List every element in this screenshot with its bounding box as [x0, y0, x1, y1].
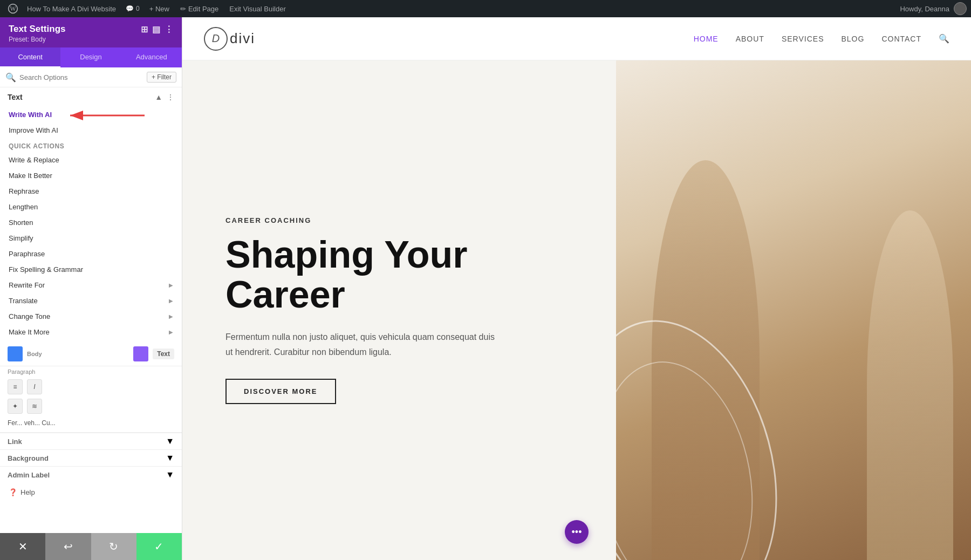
help-label: Help [20, 488, 35, 496]
comment-icon: 💬 [126, 5, 134, 12]
panel-title-icons: ⊞ ▤ ⋮ [141, 24, 173, 35]
text-section-title: Text [8, 93, 23, 101]
link-chevron-icon: ▼ [166, 436, 174, 446]
menu-item-lengthen[interactable]: Lengthen [0, 199, 182, 215]
panel-title-text: Text Settings [9, 24, 65, 35]
panel-icon-layout[interactable]: ▤ [152, 24, 160, 35]
site-name[interactable]: How To Make A Divi Website [22, 0, 121, 17]
menu-item-fix-spelling[interactable]: Fix Spelling & Grammar [0, 262, 182, 277]
exit-builder-button[interactable]: Exit Visual Builder [224, 0, 291, 17]
site-logo[interactable]: D divi [204, 27, 255, 51]
hero-subtitle: CAREER COACHING [225, 216, 573, 224]
edit-icon: ✏ [180, 5, 186, 13]
write-with-ai-row: Write With AI [0, 107, 182, 122]
comment-bubble[interactable]: 💬 0 [121, 5, 144, 12]
menu-item-write-replace[interactable]: Write & Replace [0, 152, 182, 168]
color-swatch-purple[interactable] [133, 346, 148, 361]
menu-item-paraphrase[interactable]: Paraphrase [0, 246, 182, 262]
menu-item-translate[interactable]: Translate ▶ [0, 293, 182, 309]
chevron-right-icon-2: ▶ [169, 298, 173, 304]
paragraph-label: Paragraph [0, 366, 182, 377]
hero-content: CAREER COACHING Shaping Your Career Ferm… [182, 60, 616, 560]
panel-tabs: Content Design Advanced [0, 47, 182, 67]
wp-logo-icon[interactable]: W [4, 0, 22, 17]
text-label-badge: Text [153, 349, 174, 359]
nav-contact[interactable]: CONTACT [881, 35, 921, 43]
panel-search-bar: 🔍 + Filter [0, 67, 182, 87]
fab-button[interactable]: ••• [565, 520, 589, 544]
menu-item-make-more[interactable]: Make It More ▶ [0, 324, 182, 340]
content-preview-text: Fer... veh... Cu... [0, 416, 182, 432]
hero-image [616, 60, 971, 560]
body-section: Body Text Paragraph ≡ I ✦ ≋ [0, 342, 182, 433]
admin-label-section: Admin Label ▼ [0, 466, 182, 483]
write-with-ai-button[interactable]: Write With AI [0, 107, 182, 122]
hero-cta-button[interactable]: DISCOVER MORE [225, 379, 336, 404]
menu-item-rephrase[interactable]: Rephrase [0, 183, 182, 199]
link-collapsible[interactable]: Link ▼ [8, 436, 174, 446]
color-swatch-blue[interactable] [8, 346, 23, 361]
chevron-right-icon-4: ▶ [169, 329, 173, 335]
menu-item-shorten[interactable]: Shorten [0, 215, 182, 230]
comment-count: 0 [136, 5, 140, 12]
section-header-icons: ▲ ⋮ [155, 93, 174, 101]
menu-item-make-better[interactable]: Make It Better [0, 168, 182, 183]
nav-blog[interactable]: BLOG [841, 35, 864, 43]
background-section: Background ▼ [0, 449, 182, 466]
background-collapsible[interactable]: Background ▼ [8, 453, 174, 463]
background-chevron-icon: ▼ [166, 453, 174, 463]
nav-search-icon[interactable]: 🔍 [939, 33, 949, 44]
italic-icon[interactable]: I [27, 379, 42, 394]
tab-content[interactable]: Content [0, 47, 60, 67]
background-label: Background [8, 454, 49, 462]
panel-icon-grid[interactable]: ⊞ [141, 24, 148, 35]
more-icon[interactable]: ⋮ [167, 93, 174, 101]
hero-section: CAREER COACHING Shaping Your Career Ferm… [182, 60, 971, 560]
howdy-label: Howdy, Deanna [895, 5, 954, 13]
link-label: Link [8, 438, 22, 446]
edit-page-button[interactable]: ✏ Edit Page [175, 0, 224, 17]
nav-about[interactable]: ABOUT [736, 35, 764, 43]
tab-advanced[interactable]: Advanced [121, 47, 182, 67]
new-button[interactable]: + New [144, 0, 175, 17]
nav-services[interactable]: SERVICES [782, 35, 824, 43]
tab-design[interactable]: Design [60, 47, 121, 67]
logo-circle: D [204, 27, 228, 51]
text-section-header[interactable]: Text ▲ ⋮ [0, 87, 182, 107]
logo-text: divi [230, 30, 255, 47]
admin-label-chevron-icon: ▼ [166, 470, 174, 480]
help-row[interactable]: ❓ Help [0, 483, 182, 502]
link-section: Link ▼ [0, 433, 182, 449]
nav-home[interactable]: HOME [694, 35, 719, 43]
undo-button[interactable]: ↩ [45, 533, 91, 560]
ai-lines-icon[interactable]: ≋ [27, 399, 42, 414]
filter-button[interactable]: + Filter [147, 72, 176, 83]
hero-title: Shaping Your Career [225, 235, 573, 315]
menu-item-change-tone[interactable]: Change Tone ▶ [0, 309, 182, 324]
menu-item-rewrite-for[interactable]: Rewrite For ▶ [0, 277, 182, 293]
menu-item-simplify[interactable]: Simplify [0, 230, 182, 246]
main-content-row: Text Settings ⊞ ▤ ⋮ Preset: Body Content… [0, 17, 971, 560]
hero-image-placeholder [616, 60, 971, 560]
improve-with-ai-button[interactable]: Improve With AI [0, 122, 182, 138]
chevron-right-icon: ▶ [169, 282, 173, 288]
logo-letter: D [212, 32, 220, 45]
panel-icon-more[interactable]: ⋮ [165, 24, 173, 35]
bottom-action-bar: ✕ ↩ ↻ ✓ [0, 533, 182, 560]
chevron-right-icon-3: ▶ [169, 313, 173, 319]
redo-button[interactable]: ↻ [91, 533, 136, 560]
save-button[interactable]: ✓ [136, 533, 182, 560]
align-icon[interactable]: ≡ [8, 379, 23, 394]
help-icon: ❓ [9, 488, 17, 496]
collapse-icon[interactable]: ▲ [155, 93, 162, 101]
search-input[interactable] [19, 73, 143, 81]
avatar[interactable] [954, 2, 967, 15]
admin-label-text: Admin Label [8, 471, 50, 479]
cancel-button[interactable]: ✕ [0, 533, 45, 560]
ai-dropdown-menu: Write With AI [0, 107, 182, 342]
panel-scroll-area[interactable]: Text ▲ ⋮ Write With AI [0, 87, 182, 533]
admin-label-collapsible[interactable]: Admin Label ▼ [8, 470, 174, 480]
ai-sparkle-icon[interactable]: ✦ [8, 399, 23, 414]
body-section-header[interactable]: Body Text [0, 342, 182, 366]
panel-preset[interactable]: Preset: Body [9, 36, 173, 43]
